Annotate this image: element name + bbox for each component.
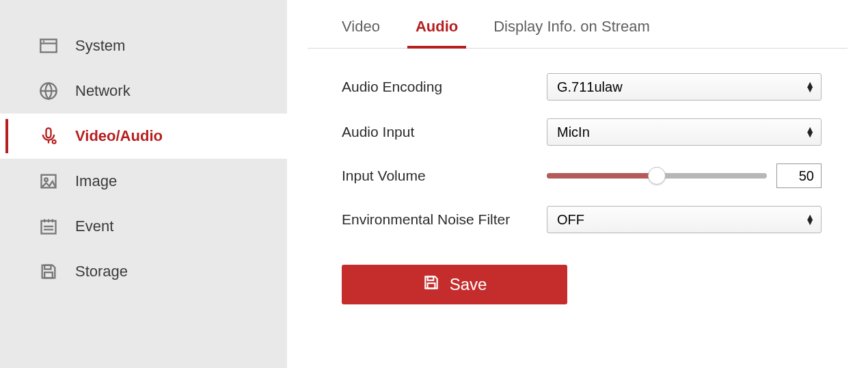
svg-rect-17 (44, 272, 53, 278)
main-panel: Video Audio Display Info. on Stream Audi… (287, 0, 868, 368)
label-audio-encoding: Audio Encoding (342, 79, 547, 95)
label-input-volume: Input Volume (342, 168, 547, 184)
tab-video[interactable]: Video (324, 18, 398, 48)
save-disk-icon (422, 274, 440, 295)
svg-point-9 (44, 178, 48, 181)
slider-input-volume[interactable] (547, 173, 767, 179)
audio-form: Audio Encoding G.711ulaw ▲▼ Audio Input … (308, 73, 847, 233)
tab-audio[interactable]: Audio (398, 18, 476, 48)
input-volume-value[interactable] (776, 163, 822, 188)
row-audio-input: Audio Input MicIn ▲▼ (342, 118, 847, 146)
image-icon (38, 171, 59, 192)
mic-icon (38, 126, 59, 146)
calendar-icon (38, 216, 59, 237)
slider-input-volume-wrap (547, 163, 822, 188)
select-audio-encoding-wrap: G.711ulaw ▲▼ (547, 73, 822, 101)
sidebar-item-label: Video/Audio (75, 127, 163, 145)
svg-rect-18 (427, 276, 433, 280)
sidebar-item-system[interactable]: System (0, 23, 287, 68)
slider-fill (547, 173, 657, 179)
row-noise-filter: Environmental Noise Filter OFF ▲▼ (342, 206, 847, 233)
select-audio-input-wrap: MicIn ▲▼ (547, 118, 822, 146)
svg-rect-4 (46, 128, 51, 137)
tabs: Video Audio Display Info. on Stream (308, 18, 847, 49)
label-audio-input: Audio Input (342, 124, 547, 140)
svg-rect-10 (42, 221, 56, 234)
select-noise-filter[interactable]: OFF (547, 206, 822, 233)
svg-rect-0 (40, 40, 56, 53)
label-noise-filter: Environmental Noise Filter (342, 211, 547, 228)
sidebar-item-label: Image (75, 172, 117, 190)
sidebar-item-label: System (75, 37, 125, 55)
row-input-volume: Input Volume (342, 163, 847, 188)
select-audio-input[interactable]: MicIn (547, 118, 822, 146)
sidebar-item-network[interactable]: Network (0, 68, 287, 114)
save-button[interactable]: Save (342, 265, 567, 304)
sidebar-item-label: Network (75, 82, 131, 100)
sidebar-item-storage[interactable]: Storage (0, 249, 287, 294)
globe-icon (38, 81, 59, 101)
svg-rect-16 (44, 265, 51, 270)
sidebar: System Network Video/Audio Image Event S… (0, 0, 287, 368)
tab-display-info[interactable]: Display Info. on Stream (476, 18, 668, 48)
save-button-label: Save (450, 275, 487, 294)
sidebar-item-label: Event (75, 218, 113, 235)
sidebar-item-image[interactable]: Image (0, 159, 287, 204)
sidebar-item-label: Storage (75, 263, 128, 280)
save-icon (38, 261, 59, 282)
window-icon (38, 36, 59, 56)
row-audio-encoding: Audio Encoding G.711ulaw ▲▼ (342, 73, 847, 101)
select-audio-encoding[interactable]: G.711ulaw (547, 73, 822, 101)
select-noise-filter-wrap: OFF ▲▼ (547, 206, 822, 233)
svg-rect-19 (427, 283, 435, 289)
sidebar-item-event[interactable]: Event (0, 204, 287, 249)
slider-thumb[interactable] (648, 167, 666, 185)
sidebar-item-video-audio[interactable]: Video/Audio (0, 114, 287, 159)
